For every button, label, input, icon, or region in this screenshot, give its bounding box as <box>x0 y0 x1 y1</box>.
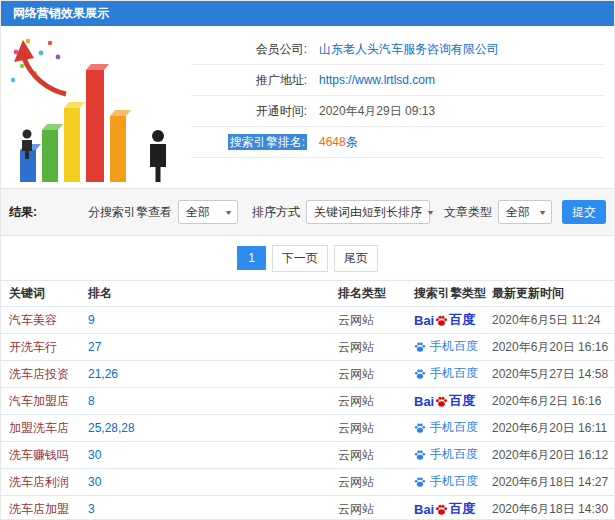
baidu-paw-icon <box>414 422 426 434</box>
last-page-button[interactable]: 尾页 <box>334 245 378 272</box>
open-time-row: 开通时间: 2020年4月29日 09:13 <box>191 96 604 127</box>
engine-filter-label: 分搜索引擎查看 <box>88 204 172 221</box>
baidu-logo: Bai百度 <box>414 311 475 329</box>
engine-filter-select[interactable]: 全部 ▼ <box>178 200 238 224</box>
article-type-label: 文章类型 <box>444 204 492 221</box>
sort-label: 排序方式 <box>252 204 300 221</box>
table-row: 汽车美容 9 云网站 Bai百度 手机百度 2020年6月5日 11:24 <box>1 307 614 334</box>
mobile-baidu-label: 手机百度 <box>414 338 478 355</box>
member-info-list: 会员公司: 山东老人头汽车服务咨询有限公司 推广地址: https://www.… <box>191 26 614 188</box>
rank-link[interactable]: 3 <box>88 502 95 516</box>
mobile-baidu-label: 手机百度 <box>414 446 478 463</box>
rank-link[interactable]: 27 <box>88 340 101 354</box>
rank-type-cell: 云网站 <box>338 442 414 469</box>
table-row: 洗车店投资 21,26 云网站 Bai百度 手机百度 2020年5月27日 14… <box>1 361 614 388</box>
chevron-down-icon: ▼ <box>426 209 435 216</box>
rank-count-label: 搜索引擎排名: <box>228 134 307 150</box>
keyword-cell: 洗车店利润 <box>1 469 88 496</box>
open-time-label: 开通时间: <box>191 103 307 120</box>
rank-type-cell: 云网站 <box>338 361 414 388</box>
table-row: 洗车店加盟 3 云网站 Bai百度 手机百度 2020年6月18日 14:30 <box>1 496 614 520</box>
baidu-logo: Bai百度 <box>414 392 475 410</box>
engine-cell: Bai百度 手机百度 <box>414 388 492 415</box>
member-company-link[interactable]: 山东老人头汽车服务咨询有限公司 <box>319 41 499 58</box>
baidu-paw-icon <box>414 449 426 461</box>
filter-bar: 结果: 分搜索引擎查看 全部 ▼ 排序方式 关键词由短到长排序 ▼ 文章类型 全… <box>1 188 614 236</box>
updated-time-cell: 2020年6月20日 16:11 <box>492 415 614 442</box>
rank-link[interactable]: 30 <box>88 475 101 489</box>
article-type-value: 全部 <box>506 204 530 221</box>
engine-cell: Bai百度 手机百度 <box>414 334 492 361</box>
baidu-paw-icon <box>414 476 426 488</box>
pagination: 1 下一页 尾页 <box>1 236 614 280</box>
updated-time-cell: 2020年6月18日 14:30 <box>492 496 614 520</box>
member-company-label: 会员公司: <box>191 41 307 58</box>
updated-time-cell: 2020年6月20日 16:12 <box>492 442 614 469</box>
page-title: 网络营销效果展示 <box>13 5 109 22</box>
rank-link[interactable]: 8 <box>88 394 95 408</box>
updated-time-cell: 2020年5月27日 14:58 <box>492 361 614 388</box>
results-label: 结果: <box>9 204 37 221</box>
submit-button[interactable]: 提交 <box>562 200 606 224</box>
header-updated: 最新更新时间 <box>492 281 614 307</box>
engine-cell: Bai百度 手机百度 <box>414 361 492 388</box>
marketing-report-page: 网络营销效果展示 <box>0 0 615 520</box>
updated-time-cell: 2020年6月2日 16:16 <box>492 388 614 415</box>
open-time-value: 2020年4月29日 09:13 <box>319 103 435 120</box>
page-1-button[interactable]: 1 <box>237 246 266 270</box>
chevron-down-icon: ▼ <box>538 209 547 216</box>
rank-count-unit-link[interactable]: 条 <box>346 134 358 151</box>
keyword-cell: 加盟洗车店 <box>1 415 88 442</box>
updated-time-cell: 2020年6月18日 14:27 <box>492 469 614 496</box>
mobile-baidu-label: 手机百度 <box>414 419 478 436</box>
engine-cell: Bai百度 手机百度 <box>414 307 492 334</box>
engine-cell: Bai百度 手机百度 <box>414 496 492 520</box>
page-header: 网络营销效果展示 <box>1 1 614 26</box>
updated-time-cell: 2020年6月5日 11:24 <box>492 307 614 334</box>
next-page-button[interactable]: 下一页 <box>272 245 328 272</box>
keyword-rank-table: 关键词 排名 排名类型 搜索引擎类型 最新更新时间 汽车美容 9 云网站 Bai… <box>1 280 614 520</box>
rank-type-cell: 云网站 <box>338 415 414 442</box>
baidu-paw-icon <box>435 395 448 408</box>
baidu-paw-icon <box>414 368 426 380</box>
table-row: 加盟洗车店 25,28,28 云网站 Bai百度 手机百度 2020年6月20日… <box>1 415 614 442</box>
promo-url-label: 推广地址: <box>191 72 307 89</box>
article-type-select[interactable]: 全部 ▼ <box>498 200 552 224</box>
rank-type-cell: 云网站 <box>338 334 414 361</box>
promo-url-link[interactable]: https://www.lrtlsd.com <box>319 73 435 87</box>
sort-value: 关键词由短到长排序 <box>314 204 422 221</box>
filter-controls: 分搜索引擎查看 全部 ▼ 排序方式 关键词由短到长排序 ▼ 文章类型 全部 ▼ … <box>74 200 606 224</box>
bar-chart-clipart <box>6 32 186 184</box>
keyword-cell: 汽车美容 <box>1 307 88 334</box>
member-info-section: 会员公司: 山东老人头汽车服务咨询有限公司 推广地址: https://www.… <box>1 26 614 188</box>
rank-link[interactable]: 30 <box>88 448 101 462</box>
sort-select[interactable]: 关键词由短到长排序 ▼ <box>306 200 430 224</box>
baidu-paw-icon <box>435 314 448 327</box>
rank-type-cell: 云网站 <box>338 307 414 334</box>
keyword-cell: 汽车加盟店 <box>1 388 88 415</box>
engine-filter-value: 全部 <box>186 204 210 221</box>
header-rank: 排名 <box>88 281 338 307</box>
header-engine-type: 搜索引擎类型 <box>414 281 492 307</box>
rank-count-value: 4648 <box>319 135 346 149</box>
mobile-baidu-label: 手机百度 <box>414 365 478 382</box>
updated-time-cell: 2020年6月20日 16:16 <box>492 334 614 361</box>
rank-type-cell: 云网站 <box>338 469 414 496</box>
rank-link[interactable]: 25,28,28 <box>88 421 135 435</box>
member-company-row: 会员公司: 山东老人头汽车服务咨询有限公司 <box>191 34 604 65</box>
engine-cell: Bai百度 手机百度 <box>414 469 492 496</box>
keyword-cell: 开洗车行 <box>1 334 88 361</box>
engine-cell: Bai百度 手机百度 <box>414 442 492 469</box>
rank-type-cell: 云网站 <box>338 388 414 415</box>
promo-url-row: 推广地址: https://www.lrtlsd.com <box>191 65 604 96</box>
baidu-paw-icon <box>435 503 448 516</box>
table-row: 洗车赚钱吗 30 云网站 Bai百度 手机百度 2020年6月20日 16:12 <box>1 442 614 469</box>
header-rank-type: 排名类型 <box>338 281 414 307</box>
rank-link[interactable]: 21,26 <box>88 367 118 381</box>
rank-link[interactable]: 9 <box>88 313 95 327</box>
mobile-baidu-label: 手机百度 <box>414 473 478 490</box>
engine-cell: Bai百度 手机百度 <box>414 415 492 442</box>
keyword-cell: 洗车店加盟 <box>1 496 88 520</box>
baidu-logo: Bai百度 <box>414 500 475 518</box>
header-keyword: 关键词 <box>1 281 88 307</box>
